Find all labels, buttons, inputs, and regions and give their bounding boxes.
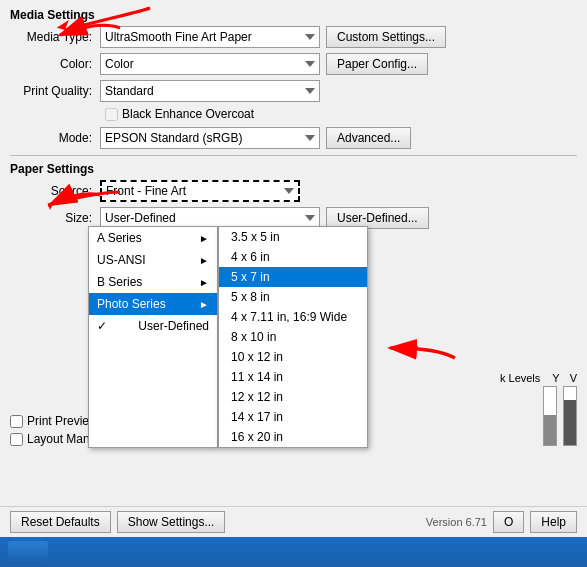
menu-item-3.5x5[interactable]: 3.5 x 5 in	[219, 227, 367, 247]
menu-item-a-series-arrow: ►	[199, 233, 209, 244]
media-type-label: Media Type:	[10, 30, 100, 44]
print-quality-label: Print Quality:	[10, 84, 100, 98]
v-label: V	[570, 372, 577, 384]
menu-item-photo-series[interactable]: Photo Series ►	[89, 293, 217, 315]
media-settings-header: Media Settings	[10, 8, 577, 22]
media-type-select[interactable]: UltraSmooth Fine Art Paper	[100, 26, 320, 48]
source-select[interactable]: Front - Fine Art	[100, 180, 300, 202]
menu-item-10x12[interactable]: 10 x 12 in	[219, 347, 367, 367]
menu-item-11x14[interactable]: 11 x 14 in	[219, 367, 367, 387]
menu-item-5x8[interactable]: 5 x 8 in	[219, 287, 367, 307]
dialog-body: Media Settings Media Type: UltraSmooth F…	[0, 0, 587, 506]
menu-item-a-series[interactable]: A Series ►	[89, 227, 217, 249]
print-quality-controls: Standard	[100, 80, 320, 102]
layout-manager-checkbox[interactable]	[10, 433, 23, 446]
menu-item-b-series-label: B Series	[97, 275, 142, 289]
bar-y	[543, 386, 557, 446]
menu-item-8x10[interactable]: 8 x 10 in	[219, 327, 367, 347]
color-controls: Color Paper Config...	[100, 53, 428, 75]
bar-v-fill	[564, 400, 576, 445]
menu-item-photo-series-arrow: ►	[199, 299, 209, 310]
taskbar	[0, 537, 587, 567]
print-preview-checkbox[interactable]	[10, 415, 23, 428]
k-levels-label: k Levels	[500, 372, 540, 384]
y-label: Y	[552, 372, 559, 384]
size-menu-l2: 3.5 x 5 in 4 x 6 in 5 x 7 in 5 x 8 in 4 …	[218, 226, 368, 448]
ok-button[interactable]: O	[493, 511, 524, 533]
menu-item-us-ansi-arrow: ►	[199, 255, 209, 266]
bar-v	[563, 386, 577, 446]
menu-item-4x7.11[interactable]: 4 x 7.11 in, 16:9 Wide	[219, 307, 367, 327]
menu-item-us-ansi-label: US-ANSI	[97, 253, 146, 267]
separator-1	[10, 155, 577, 156]
size-menu-l1: A Series ► US-ANSI ► B Series ► Photo Se…	[88, 226, 218, 448]
mode-row: Mode: EPSON Standard (sRGB) Advanced...	[10, 127, 577, 149]
menu-item-14x17[interactable]: 14 x 17 in	[219, 407, 367, 427]
black-enhance-checkbox[interactable]	[105, 108, 118, 121]
menu-item-photo-series-label: Photo Series	[97, 297, 166, 311]
menu-item-b-series[interactable]: B Series ►	[89, 271, 217, 293]
print-quality-select[interactable]: Standard	[100, 80, 320, 102]
main-container: Media Settings Media Type: UltraSmooth F…	[0, 0, 587, 567]
dropdown-overlay: A Series ► US-ANSI ► B Series ► Photo Se…	[88, 226, 368, 448]
menu-item-a-series-label: A Series	[97, 231, 142, 245]
color-bars-labels-row: k Levels Y V	[500, 372, 577, 384]
paper-config-button[interactable]: Paper Config...	[326, 53, 428, 75]
menu-item-user-defined[interactable]: ✓ User-Defined	[89, 315, 217, 337]
bar-y-fill	[544, 415, 556, 445]
source-controls: Front - Fine Art	[100, 180, 300, 202]
version-text: Version 6.71	[426, 516, 487, 528]
custom-settings-button[interactable]: Custom Settings...	[326, 26, 446, 48]
color-label: Color:	[10, 57, 100, 71]
menu-item-16x20[interactable]: 16 x 20 in	[219, 427, 367, 447]
color-bars	[543, 386, 577, 446]
reset-defaults-button[interactable]: Reset Defaults	[10, 511, 111, 533]
source-label: Source:	[10, 184, 100, 198]
media-type-controls: UltraSmooth Fine Art Paper Custom Settin…	[100, 26, 446, 48]
menu-item-user-defined-label: User-Defined	[138, 319, 209, 333]
footer: Reset Defaults Show Settings... Version …	[0, 506, 587, 537]
print-quality-row: Print Quality: Standard	[10, 80, 577, 102]
menu-item-5x7[interactable]: 5 x 7 in	[219, 267, 367, 287]
size-label: Size:	[10, 211, 100, 225]
color-select[interactable]: Color	[100, 53, 320, 75]
show-settings-button[interactable]: Show Settings...	[117, 511, 226, 533]
help-button[interactable]: Help	[530, 511, 577, 533]
mode-controls: EPSON Standard (sRGB) Advanced...	[100, 127, 411, 149]
color-bars-container: k Levels Y V	[500, 372, 577, 446]
media-type-row: Media Type: UltraSmooth Fine Art Paper C…	[10, 26, 577, 48]
menu-item-us-ansi[interactable]: US-ANSI ►	[89, 249, 217, 271]
source-row: Source: Front - Fine Art	[10, 180, 577, 202]
black-enhance-row: Black Enhance Overcoat	[105, 107, 577, 121]
black-enhance-label: Black Enhance Overcoat	[122, 107, 254, 121]
advanced-button[interactable]: Advanced...	[326, 127, 411, 149]
menu-item-4x6[interactable]: 4 x 6 in	[219, 247, 367, 267]
menu-item-user-defined-check: ✓	[97, 319, 111, 333]
menu-item-12x12[interactable]: 12 x 12 in	[219, 387, 367, 407]
menu-item-b-series-arrow: ►	[199, 277, 209, 288]
mode-label: Mode:	[10, 131, 100, 145]
taskbar-start[interactable]	[8, 541, 48, 563]
paper-settings-header: Paper Settings	[10, 162, 577, 176]
color-row: Color: Color Paper Config...	[10, 53, 577, 75]
mode-select[interactable]: EPSON Standard (sRGB)	[100, 127, 320, 149]
